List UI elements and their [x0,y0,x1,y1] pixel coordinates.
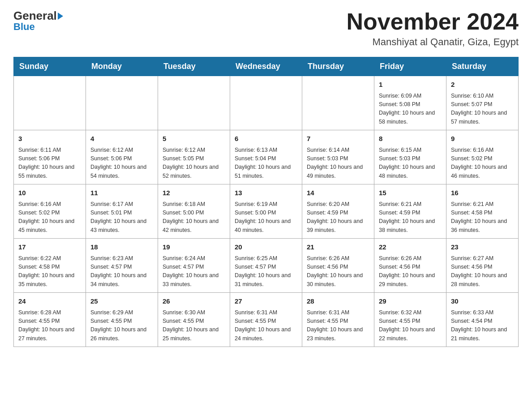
day-number: 2 [451,80,514,90]
calendar-cell [14,76,86,130]
header-thursday: Thursday [302,57,374,76]
day-info: Sunrise: 6:29 AMSunset: 4:55 PMDaylight:… [90,308,153,343]
calendar-cell: 14Sunrise: 6:20 AMSunset: 4:59 PMDayligh… [302,184,374,239]
day-number: 22 [379,242,442,253]
calendar-cell: 22Sunrise: 6:26 AMSunset: 4:56 PMDayligh… [374,239,446,293]
header-saturday: Saturday [446,57,519,76]
day-info: Sunrise: 6:12 AMSunset: 5:05 PMDaylight:… [163,146,225,181]
day-info: Sunrise: 6:32 AMSunset: 4:55 PMDaylight:… [379,308,442,343]
calendar-cell: 28Sunrise: 6:31 AMSunset: 4:55 PMDayligh… [302,293,374,347]
day-info: Sunrise: 6:16 AMSunset: 5:02 PMDaylight:… [18,200,81,235]
day-number: 30 [451,296,514,307]
calendar-cell: 27Sunrise: 6:31 AMSunset: 4:55 PMDayligh… [230,293,302,347]
day-number: 21 [307,242,369,253]
day-info: Sunrise: 6:31 AMSunset: 4:55 PMDaylight:… [235,308,297,343]
day-info: Sunrise: 6:20 AMSunset: 4:59 PMDaylight:… [307,200,369,235]
day-info: Sunrise: 6:19 AMSunset: 5:00 PMDaylight:… [235,200,297,235]
calendar-cell: 30Sunrise: 6:33 AMSunset: 4:54 PMDayligh… [446,293,519,347]
calendar-cell: 3Sunrise: 6:11 AMSunset: 5:06 PMDaylight… [14,130,86,184]
calendar-cell: 17Sunrise: 6:22 AMSunset: 4:58 PMDayligh… [14,239,86,293]
day-number: 15 [379,188,442,198]
calendar-cell: 15Sunrise: 6:21 AMSunset: 4:59 PMDayligh… [374,184,446,239]
calendar-header: SundayMondayTuesdayWednesdayThursdayFrid… [14,57,519,76]
week-row-1: 1Sunrise: 6:09 AMSunset: 5:08 PMDaylight… [14,76,519,130]
day-number: 1 [379,80,442,90]
day-number: 4 [90,134,153,144]
calendar-cell: 4Sunrise: 6:12 AMSunset: 5:06 PMDaylight… [86,130,158,184]
day-info: Sunrise: 6:10 AMSunset: 5:07 PMDaylight:… [451,92,514,127]
day-info: Sunrise: 6:11 AMSunset: 5:06 PMDaylight:… [18,146,81,181]
day-info: Sunrise: 6:12 AMSunset: 5:06 PMDaylight:… [90,146,153,181]
day-number: 13 [235,188,297,198]
calendar-cell: 5Sunrise: 6:12 AMSunset: 5:05 PMDaylight… [158,130,230,184]
day-info: Sunrise: 6:22 AMSunset: 4:58 PMDaylight:… [18,254,81,289]
day-number: 24 [18,296,81,307]
calendar-cell: 20Sunrise: 6:25 AMSunset: 4:57 PMDayligh… [230,239,302,293]
calendar-cell: 11Sunrise: 6:17 AMSunset: 5:01 PMDayligh… [86,184,158,239]
day-number: 20 [235,242,297,253]
calendar-cell: 21Sunrise: 6:26 AMSunset: 4:56 PMDayligh… [302,239,374,293]
logo-blue: Blue [13,21,35,33]
calendar-cell: 29Sunrise: 6:32 AMSunset: 4:55 PMDayligh… [374,293,446,347]
day-info: Sunrise: 6:09 AMSunset: 5:08 PMDaylight:… [379,92,442,127]
calendar-cell: 16Sunrise: 6:21 AMSunset: 4:58 PMDayligh… [446,184,519,239]
day-info: Sunrise: 6:15 AMSunset: 5:03 PMDaylight:… [379,146,442,181]
week-row-4: 17Sunrise: 6:22 AMSunset: 4:58 PMDayligh… [14,239,519,293]
day-info: Sunrise: 6:26 AMSunset: 4:56 PMDaylight:… [379,254,442,289]
day-info: Sunrise: 6:23 AMSunset: 4:57 PMDaylight:… [90,254,153,289]
header-wednesday: Wednesday [230,57,302,76]
day-info: Sunrise: 6:31 AMSunset: 4:55 PMDaylight:… [307,308,369,343]
day-number: 27 [235,296,297,307]
day-number: 9 [451,134,514,144]
day-number: 14 [307,188,369,198]
day-number: 25 [90,296,153,307]
weekday-header-row: SundayMondayTuesdayWednesdayThursdayFrid… [14,57,519,76]
calendar-cell [158,76,230,130]
day-info: Sunrise: 6:21 AMSunset: 4:59 PMDaylight:… [379,200,442,235]
calendar-cell: 13Sunrise: 6:19 AMSunset: 5:00 PMDayligh… [230,184,302,239]
week-row-3: 10Sunrise: 6:16 AMSunset: 5:02 PMDayligh… [14,184,519,239]
day-number: 19 [163,242,225,253]
day-number: 5 [163,134,225,144]
day-info: Sunrise: 6:18 AMSunset: 5:00 PMDaylight:… [163,200,225,235]
day-info: Sunrise: 6:24 AMSunset: 4:57 PMDaylight:… [163,254,225,289]
day-number: 8 [379,134,442,144]
calendar-table: SundayMondayTuesdayWednesdayThursdayFrid… [13,57,519,347]
calendar-cell [230,76,302,130]
page-title: November 2024 [347,9,519,34]
header-monday: Monday [86,57,158,76]
day-number: 11 [90,188,153,198]
day-number: 23 [451,242,514,253]
day-number: 28 [307,296,369,307]
day-info: Sunrise: 6:13 AMSunset: 5:04 PMDaylight:… [235,146,297,181]
calendar-cell: 9Sunrise: 6:16 AMSunset: 5:02 PMDaylight… [446,130,519,184]
day-info: Sunrise: 6:30 AMSunset: 4:55 PMDaylight:… [163,308,225,343]
header-sunday: Sunday [14,57,86,76]
calendar-cell: 7Sunrise: 6:14 AMSunset: 5:03 PMDaylight… [302,130,374,184]
day-number: 10 [18,188,81,198]
day-number: 7 [307,134,369,144]
calendar-cell: 23Sunrise: 6:27 AMSunset: 4:56 PMDayligh… [446,239,519,293]
day-number: 26 [163,296,225,307]
calendar-cell: 8Sunrise: 6:15 AMSunset: 5:03 PMDaylight… [374,130,446,184]
day-info: Sunrise: 6:33 AMSunset: 4:54 PMDaylight:… [451,308,514,343]
day-info: Sunrise: 6:28 AMSunset: 4:55 PMDaylight:… [18,308,81,343]
location-subtitle: Manshiyat al Qanatir, Giza, Egypt [347,36,519,48]
header: General Blue November 2024 Manshiyat al … [13,9,519,48]
day-number: 29 [379,296,442,307]
day-number: 18 [90,242,153,253]
logo-triangle-icon [58,13,63,20]
day-info: Sunrise: 6:27 AMSunset: 4:56 PMDaylight:… [451,254,514,289]
day-info: Sunrise: 6:21 AMSunset: 4:58 PMDaylight:… [451,200,514,235]
logo: General Blue [13,9,64,33]
calendar-cell: 25Sunrise: 6:29 AMSunset: 4:55 PMDayligh… [86,293,158,347]
title-area: November 2024 Manshiyat al Qanatir, Giza… [347,9,519,48]
header-friday: Friday [374,57,446,76]
calendar-cell [86,76,158,130]
day-number: 17 [18,242,81,253]
calendar-cell: 2Sunrise: 6:10 AMSunset: 5:07 PMDaylight… [446,76,519,130]
day-number: 12 [163,188,225,198]
calendar-body: 1Sunrise: 6:09 AMSunset: 5:08 PMDaylight… [14,76,519,347]
day-info: Sunrise: 6:26 AMSunset: 4:56 PMDaylight:… [307,254,369,289]
week-row-2: 3Sunrise: 6:11 AMSunset: 5:06 PMDaylight… [14,130,519,184]
